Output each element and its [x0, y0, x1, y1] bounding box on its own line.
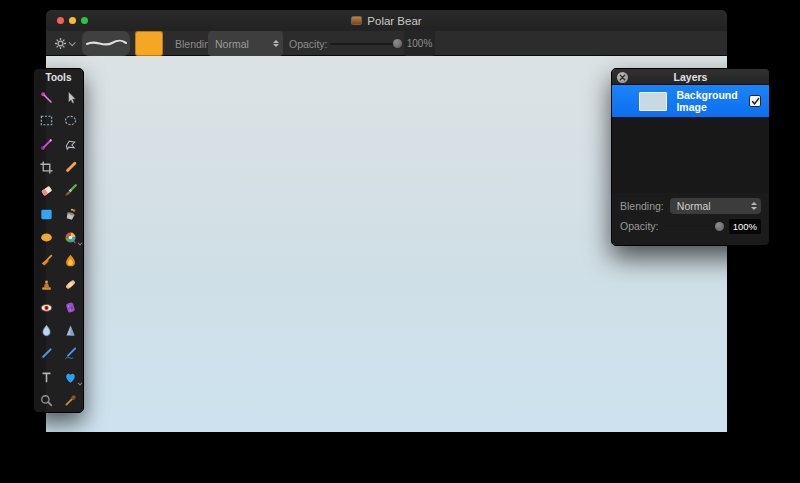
tool-submenu-chevron-icon: [78, 241, 83, 246]
clone-stamp-icon: [39, 277, 54, 292]
layers-panel-title: Layers: [612, 69, 769, 85]
freehand-pen-icon: [63, 346, 78, 361]
select-stepper-icon: [751, 202, 757, 210]
tool-pointer[interactable]: [59, 86, 84, 109]
zoom-window-button[interactable]: [81, 17, 88, 24]
tool-move[interactable]: [34, 86, 59, 109]
opacity-slider-thumb[interactable]: [393, 39, 402, 48]
zoom-magnifier-icon: [39, 393, 54, 408]
burn-flame-icon: [63, 253, 78, 268]
layers-blending-row: Blending: Normal: [612, 197, 769, 215]
tool-settings-button[interactable]: [54, 31, 74, 56]
ellipse-marquee-icon: [63, 113, 78, 128]
tool-freehand-pen[interactable]: [59, 342, 84, 365]
tool-smudge[interactable]: [34, 249, 59, 272]
select-stepper-icon: [273, 40, 279, 48]
brush-preview-button[interactable]: [82, 31, 130, 56]
layer-row-background-image[interactable]: Background Image: [612, 85, 769, 117]
add-layer-button[interactable]: +: [621, 244, 629, 246]
layers-footer: + −: [612, 239, 769, 246]
opacity-slider[interactable]: [330, 31, 400, 56]
tool-paintbrush[interactable]: [59, 179, 84, 202]
close-icon: [619, 74, 626, 81]
layers-opacity-slider[interactable]: [666, 225, 722, 227]
tool-eraser[interactable]: [34, 179, 59, 202]
close-window-button[interactable]: [57, 17, 64, 24]
gradient-tool-icon: [63, 230, 78, 245]
tool-red-eye[interactable]: [34, 296, 59, 319]
tool-gradient[interactable]: [59, 226, 84, 249]
gear-icon: [54, 37, 67, 50]
window-title: Polar Bear: [367, 15, 421, 27]
crop-tool-icon: [39, 160, 54, 175]
tool-submenu-chevron-icon: [78, 380, 83, 385]
sponge-tool-icon: [63, 300, 78, 315]
red-eye-icon: [39, 300, 54, 315]
desktop: Polar Bear Blending:: [0, 0, 800, 483]
layers-opacity-value: 100%: [729, 219, 761, 234]
tool-clone-stamp[interactable]: [34, 272, 59, 295]
rect-marquee-icon: [39, 113, 54, 128]
blending-select[interactable]: Normal: [208, 31, 283, 56]
tool-sharpen[interactable]: [59, 319, 84, 342]
document-proxy-icon[interactable]: [351, 16, 362, 25]
minimize-window-button[interactable]: [69, 17, 76, 24]
tool-shape[interactable]: [59, 366, 84, 389]
paint-color-swatch[interactable]: [135, 31, 163, 56]
polygonal-lasso-icon: [63, 137, 78, 152]
tool-paint-bucket[interactable]: [59, 202, 84, 225]
layer-thumbnail: [639, 92, 667, 111]
layers-opacity-label: Opacity:: [620, 220, 659, 232]
draw-line-pen-icon: [39, 346, 54, 361]
pencil-tool-icon: [63, 160, 78, 175]
tool-elliptical-marquee[interactable]: [59, 109, 84, 132]
tools-palette-title: Tools: [34, 69, 83, 85]
paintbrush-tool-icon: [63, 183, 78, 198]
tool-blur[interactable]: [34, 319, 59, 342]
window-titlebar[interactable]: Polar Bear: [46, 10, 727, 31]
tool-draw-line[interactable]: [34, 342, 59, 365]
layers-blending-label: Blending:: [620, 200, 664, 212]
layers-list-empty-area[interactable]: [612, 117, 769, 193]
layer-visibility-checkbox[interactable]: [749, 95, 761, 107]
eraser-tool-icon: [39, 183, 54, 198]
remove-layer-button[interactable]: −: [640, 244, 648, 246]
tools-palette: Tools: [33, 68, 84, 413]
paint-bucket-icon: [63, 207, 78, 222]
ellipse-shape-icon: [39, 230, 54, 245]
pointer-tool-icon: [63, 90, 78, 105]
tool-sponge[interactable]: [59, 296, 84, 319]
tool-pencil[interactable]: [59, 156, 84, 179]
layers-blending-select[interactable]: Normal: [670, 198, 761, 214]
tool-polygonal-lasso[interactable]: [59, 133, 84, 156]
gear-icon: [684, 244, 696, 246]
tool-type[interactable]: [34, 366, 59, 389]
layers-panel-titlebar[interactable]: Layers: [612, 69, 769, 85]
magic-wand-icon: [39, 137, 54, 152]
tool-eyedropper[interactable]: [59, 389, 84, 412]
layers-actions-button[interactable]: [684, 244, 704, 246]
layers-opacity-row: Opacity: 100%: [612, 217, 769, 235]
tool-crop[interactable]: [34, 156, 59, 179]
tool-healing[interactable]: [59, 272, 84, 295]
layers-opacity-thumb[interactable]: [715, 222, 724, 231]
blending-selected-value: Normal: [215, 38, 249, 50]
shape-heart-icon: [63, 370, 78, 385]
layers-blending-value: Normal: [677, 200, 711, 212]
tool-rectangular-marquee[interactable]: [34, 109, 59, 132]
smudge-tool-icon: [39, 253, 54, 268]
tool-fill-color[interactable]: [34, 202, 59, 225]
tool-zoom[interactable]: [34, 389, 59, 412]
opacity-label: Opacity:: [289, 31, 328, 56]
healing-bandage-icon: [63, 277, 78, 292]
traffic-lights: [57, 17, 88, 24]
tools-grid: [34, 85, 83, 412]
layers-close-button[interactable]: [617, 72, 628, 83]
fill-color-icon: [39, 207, 54, 222]
tool-burn[interactable]: [59, 249, 84, 272]
tool-magic-wand[interactable]: [34, 133, 59, 156]
eyedropper-icon: [63, 393, 78, 408]
brush-stroke-icon: [83, 37, 129, 50]
layers-panel: Layers Background Image Blending: Normal…: [611, 68, 770, 246]
tool-ellipse-shape[interactable]: [34, 226, 59, 249]
